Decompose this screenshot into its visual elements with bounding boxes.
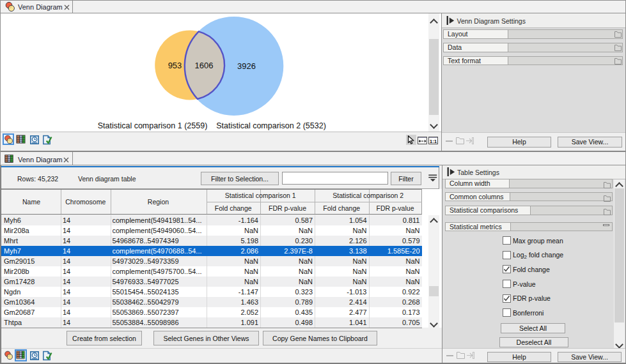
- svg-text:953: 953: [168, 61, 182, 70]
- svg-text:3926: 3926: [237, 61, 256, 71]
- svg-text:Statistical comparison 1 (2559: Statistical comparison 1 (2559): [98, 121, 208, 130]
- svg-text:1606: 1606: [195, 61, 214, 70]
- svg-text:Statistical comparison 2 (5532: Statistical comparison 2 (5532): [216, 121, 326, 130]
